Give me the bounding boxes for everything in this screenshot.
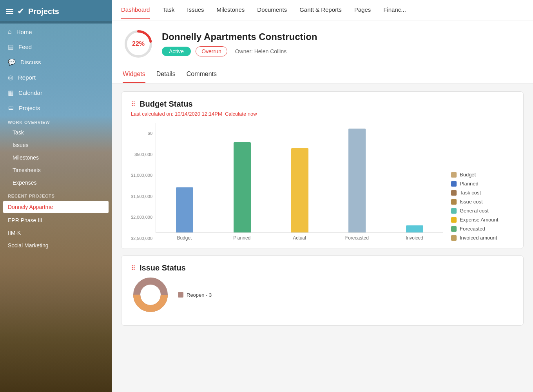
nav-milestones[interactable]: Milestones <box>217 1 245 19</box>
bar-actual <box>291 148 308 232</box>
nav-issues[interactable]: Issues <box>187 1 204 19</box>
project-name: Donnelly Apartments Construction <box>162 31 522 42</box>
tab-comments[interactable]: Comments <box>187 66 217 83</box>
legend-color-planned <box>451 181 457 187</box>
issue-title: Issue Status <box>140 263 186 272</box>
bar-actual-rect <box>291 148 308 232</box>
issue-content: Reopen - 3 <box>131 277 514 312</box>
nav-task[interactable]: Task <box>162 1 174 19</box>
reopen-color <box>178 292 183 298</box>
y-label-1: $2,000,000 <box>131 215 152 220</box>
recent-project-donnely[interactable]: Donnely Appartme <box>3 201 109 213</box>
y-label-2: $1,500,000 <box>131 194 152 199</box>
legend-budget: Budget <box>451 172 514 178</box>
project-badges: Active Overrun Owner: Helen Collins <box>162 46 522 56</box>
sidebar-title: Projects <box>28 7 59 16</box>
bar-forecasted-rect <box>348 129 366 232</box>
bar-forecasted <box>348 129 366 232</box>
project-details: Donnelly Apartments Construction Active … <box>162 31 522 56</box>
legend-expense-amount: Expense Amount <box>451 217 514 223</box>
bar-planned-rect <box>234 142 251 232</box>
sidebar-item-milestones[interactable]: Milestones <box>0 151 112 164</box>
project-info: 22% Donnelly Apartments Construction Act… <box>123 28 522 60</box>
budget-grid-icon: ⠿ <box>131 100 136 108</box>
budget-title: Budget Status <box>140 100 193 109</box>
calculate-now-link[interactable]: Calculate now <box>225 111 257 117</box>
owner-text: Owner: Helen Collins <box>235 48 287 54</box>
legend-forecasted: Forecasted <box>451 226 514 232</box>
report-icon: ◎ <box>8 74 13 81</box>
progress-percentage: 22% <box>132 40 145 47</box>
budget-widget-header: ⠿ Budget Status <box>131 100 514 109</box>
y-axis: $2,500,000 $2,000,000 $1,500,000 $1,000,… <box>131 131 156 241</box>
legend-color-budget <box>451 172 457 178</box>
sidebar-item-feed[interactable]: ▤ Feed <box>0 39 112 54</box>
legend-color-task-cost <box>451 190 457 196</box>
nav-pages[interactable]: Pages <box>354 1 371 19</box>
active-badge: Active <box>162 47 191 56</box>
sidebar-header: ✔ Projects <box>0 0 112 21</box>
sidebar-item-projects[interactable]: 🗂 Projects <box>0 100 112 115</box>
bar-label-actual: Actual <box>288 235 311 241</box>
bar-invoiced <box>406 225 423 232</box>
bar-planned <box>234 142 251 232</box>
sidebar-item-issues[interactable]: Issues <box>0 139 112 151</box>
bar-invoiced-rect <box>406 225 423 232</box>
bar-budget <box>176 187 193 232</box>
bar-label-budget: Budget <box>172 235 196 241</box>
y-label-4: $500,000 <box>134 152 152 157</box>
issue-widget: ⠿ Issue Status Reopen - 3 <box>121 255 524 326</box>
chart-area: $2,500,000 $2,000,000 $1,500,000 $1,000,… <box>131 123 443 241</box>
calendar-icon: ▦ <box>8 89 14 96</box>
legend-planned: Planned <box>451 181 514 187</box>
sidebar: ✔ Projects ⌂ Home ▤ Feed 💬 Discuss ◎ Rep… <box>0 0 112 392</box>
sidebar-item-calendar[interactable]: ▦ Calendar <box>0 85 112 100</box>
tab-details[interactable]: Details <box>156 66 176 83</box>
bar-budget-rect <box>176 187 193 232</box>
main-content: Dashboard Task Issues Milestones Documen… <box>112 0 533 392</box>
nav-dashboard[interactable]: Dashboard <box>121 1 150 19</box>
chart-legend: Budget Planned Task cost Issue cost <box>451 172 514 241</box>
recent-project-social[interactable]: Social Marketing <box>0 239 112 252</box>
hamburger-icon[interactable] <box>6 9 13 14</box>
issue-grid-icon: ⠿ <box>131 264 136 272</box>
sidebar-item-expenses[interactable]: Expenses <box>0 176 112 189</box>
project-header: 22% Donnelly Apartments Construction Act… <box>112 20 533 66</box>
bar-label-invoiced: Invoiced <box>403 235 426 241</box>
issue-legend-reopen: Reopen - 3 <box>178 292 212 298</box>
feed-icon: ▤ <box>8 43 14 51</box>
tab-widgets[interactable]: Widgets <box>123 66 145 83</box>
recent-project-epr[interactable]: EPR Phase III <box>0 214 112 227</box>
legend-invoiced-amount: Invoiced amount <box>451 235 514 241</box>
legend-color-forecasted <box>451 226 457 232</box>
legend-task-cost: Task cost <box>451 190 514 196</box>
bar-label-forecasted: Forecasted <box>345 235 369 241</box>
nav-finance[interactable]: Financ... <box>383 1 406 19</box>
progress-ring: 22% <box>123 28 154 60</box>
legend-color-expense-amount <box>451 217 457 223</box>
sidebar-nav: ⌂ Home ▤ Feed 💬 Discuss ◎ Report ▦ Calen… <box>0 21 112 392</box>
bars-area <box>156 123 443 233</box>
budget-widget: ⠿ Budget Status Last calculated on: 10/1… <box>121 91 524 249</box>
y-label-3: $1,000,000 <box>131 173 152 178</box>
y-label-0: $2,500,000 <box>131 236 152 241</box>
sidebar-item-home[interactable]: ⌂ Home <box>0 24 112 39</box>
discuss-icon: 💬 <box>8 58 16 66</box>
nav-documents[interactable]: Documents <box>257 1 287 19</box>
sidebar-item-task[interactable]: Task <box>0 126 112 139</box>
recent-projects-label: RECENT PROJECTS <box>0 189 112 200</box>
bar-label-planned: Planned <box>230 235 254 241</box>
issue-widget-header: ⠿ Issue Status <box>131 263 514 272</box>
top-navigation: Dashboard Task Issues Milestones Documen… <box>112 0 533 20</box>
nav-gantt[interactable]: Gantt & Reports <box>299 1 342 19</box>
recent-project-iim[interactable]: IIM-K <box>0 227 112 239</box>
sidebar-item-timesheets[interactable]: Timesheets <box>0 164 112 176</box>
budget-subtitle: Last calculated on: 10/14/2020 12:14PM C… <box>131 111 514 117</box>
sidebar-item-report[interactable]: ◎ Report <box>0 70 112 85</box>
projects-icon: 🗂 <box>8 104 14 111</box>
content-area: ⠿ Budget Status Last calculated on: 10/1… <box>112 83 533 392</box>
issue-legend: Reopen - 3 <box>178 292 212 298</box>
sub-tabs: Widgets Details Comments <box>112 66 533 83</box>
home-icon: ⌂ <box>8 28 12 35</box>
sidebar-item-discuss[interactable]: 💬 Discuss <box>0 54 112 70</box>
